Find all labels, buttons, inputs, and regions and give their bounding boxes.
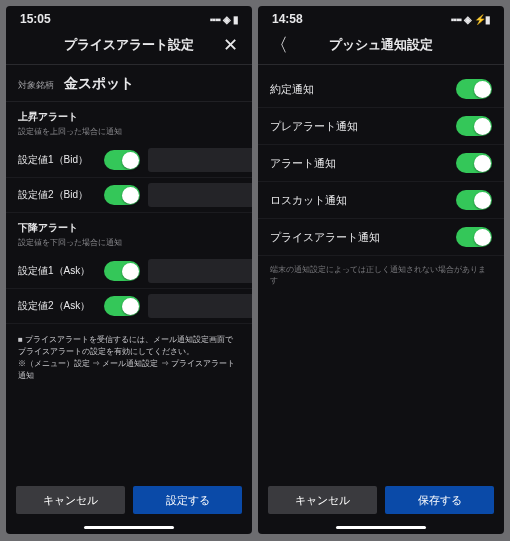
status-time: 15:05: [20, 12, 51, 26]
page-title: プライスアラート設定: [64, 36, 194, 54]
push-row: アラート通知: [258, 145, 504, 182]
submit-button[interactable]: 設定する: [133, 486, 242, 514]
down-section-caption: 設定値を下回った場合に通知: [18, 237, 240, 248]
value-input-down-1[interactable]: [148, 259, 252, 283]
toggle-alert[interactable]: [456, 153, 492, 173]
up-row-1: 設定値1（Bid）: [6, 143, 252, 178]
value-input-up-2[interactable]: [148, 183, 252, 207]
up-section-head: 上昇アラート 設定値を上回った場合に通知: [6, 102, 252, 143]
toggle-pricealert[interactable]: [456, 227, 492, 247]
push-row: プレアラート通知: [258, 108, 504, 145]
toggle-up-1[interactable]: [104, 150, 140, 170]
row-label: 設定値2（Ask）: [18, 299, 96, 313]
status-time: 14:58: [272, 12, 303, 26]
push-label: 約定通知: [270, 82, 314, 97]
up-row-2: 設定値2（Bid）: [6, 178, 252, 213]
push-label: プライスアラート通知: [270, 230, 380, 245]
status-bar: 14:58 ▪▪▪▪ ◈ ⚡▮: [258, 6, 504, 28]
push-row: 約定通知: [258, 71, 504, 108]
up-section-title: 上昇アラート: [18, 110, 240, 124]
status-bar: 15:05 ▪▪▪▪ ◈ ▮: [6, 6, 252, 28]
target-row: 対象銘柄 金スポット: [6, 65, 252, 102]
battery-icon: ▮: [233, 14, 238, 25]
signal-icon: ▪▪▪▪: [210, 14, 220, 25]
toggle-up-2[interactable]: [104, 185, 140, 205]
toggle-prealert[interactable]: [456, 116, 492, 136]
row-label: 設定値1（Bid）: [18, 153, 96, 167]
wifi-icon: ◈: [464, 14, 471, 25]
toggle-yakujo[interactable]: [456, 79, 492, 99]
down-section-head: 下降アラート 設定値を下回った場合に通知: [6, 213, 252, 254]
toggle-losscut[interactable]: [456, 190, 492, 210]
header: 〈 プッシュ通知設定: [258, 28, 504, 65]
target-value: 金スポット: [64, 75, 134, 93]
page-title: プッシュ通知設定: [329, 36, 433, 54]
home-indicator[interactable]: [258, 520, 504, 534]
push-label: アラート通知: [270, 156, 336, 171]
push-row: プライスアラート通知: [258, 219, 504, 256]
save-button[interactable]: 保存する: [385, 486, 494, 514]
target-label: 対象銘柄: [18, 79, 54, 92]
price-alert-screen: 15:05 ▪▪▪▪ ◈ ▮ プライスアラート設定 ✕ 対象銘柄 金スポット 上…: [6, 6, 252, 534]
header: プライスアラート設定 ✕: [6, 28, 252, 65]
wifi-icon: ◈: [223, 14, 230, 25]
home-indicator[interactable]: [6, 520, 252, 534]
push-label: ロスカット通知: [270, 193, 347, 208]
battery-charging-icon: ⚡▮: [474, 14, 490, 25]
cancel-button[interactable]: キャンセル: [268, 486, 377, 514]
value-input-up-1[interactable]: [148, 148, 252, 172]
row-label: 設定値1（Ask）: [18, 264, 96, 278]
note-block: ■ プライスアラートを受信するには、メール通知設定画面でプライスアラートの設定を…: [6, 324, 252, 392]
push-label: プレアラート通知: [270, 119, 358, 134]
note-line-2: ※（メニュー）設定 ⇒ メール通知設定 ⇒ プライスアラート通知: [18, 358, 240, 382]
back-icon[interactable]: 〈: [270, 33, 288, 57]
cancel-button[interactable]: キャンセル: [16, 486, 125, 514]
signal-icon: ▪▪▪▪: [451, 14, 461, 25]
down-row-1: 設定値1（Ask）: [6, 254, 252, 289]
push-settings-screen: 14:58 ▪▪▪▪ ◈ ⚡▮ 〈 プッシュ通知設定 約定通知 プレアラート通知…: [258, 6, 504, 534]
close-icon[interactable]: ✕: [223, 34, 238, 56]
push-note: 端末の通知設定によっては正しく通知されない場合があります: [258, 256, 504, 294]
note-line-1: ■ プライスアラートを受信するには、メール通知設定画面でプライスアラートの設定を…: [18, 334, 240, 358]
toggle-down-2[interactable]: [104, 296, 140, 316]
footer: キャンセル 保存する: [258, 478, 504, 520]
down-row-2: 設定値2（Ask）: [6, 289, 252, 324]
footer: キャンセル 設定する: [6, 478, 252, 520]
toggle-down-1[interactable]: [104, 261, 140, 281]
value-input-down-2[interactable]: [148, 294, 252, 318]
row-label: 設定値2（Bid）: [18, 188, 96, 202]
push-list: 約定通知 プレアラート通知 アラート通知 ロスカット通知 プライスアラート通知: [258, 71, 504, 256]
down-section-title: 下降アラート: [18, 221, 240, 235]
up-section-caption: 設定値を上回った場合に通知: [18, 126, 240, 137]
push-row: ロスカット通知: [258, 182, 504, 219]
